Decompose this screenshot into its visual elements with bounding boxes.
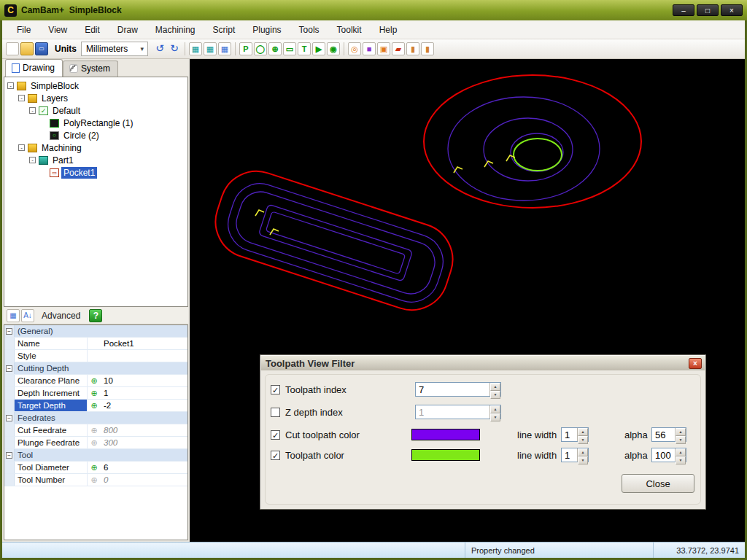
tree-node-label[interactable]: Layers [39,93,70,104]
close-button[interactable]: × [721,4,743,16]
menu-item[interactable]: Tools [290,22,328,38]
help-button[interactable]: ? [89,309,102,322]
categorized-view-icon[interactable]: ▦ [7,309,20,322]
property-label[interactable]: Target Depth [15,400,88,411]
collapse-icon[interactable] [6,365,12,372]
property-value[interactable]: 300 [101,437,187,448]
tree-node-label[interactable]: Circle (2) [61,130,101,141]
tree-node-label[interactable]: SimpleBlock [28,80,81,92]
menu-item[interactable]: File [8,22,39,38]
toolbar-icon[interactable] [235,42,236,55]
minimize-button[interactable]: – [673,4,694,16]
menu-item[interactable]: Machining [147,22,204,38]
property-row[interactable]: Tool Number 0 [4,474,187,486]
property-value[interactable]: 10 [101,375,187,386]
material-icon[interactable]: ■ [363,42,376,55]
property-row[interactable]: Target Depth -2 [4,400,187,412]
maximize-button[interactable]: □ [697,4,719,16]
toolpath-color-swatch[interactable] [411,449,480,461]
draw-circle-icon[interactable]: ◯ [254,42,267,55]
drawing-tree[interactable]: - SimpleBlock - Layers - Default PolyRec… [4,77,188,307]
redo-icon[interactable]: ↻ [167,42,182,56]
titlebar[interactable]: C CamBam+ SimpleBlock –□× [0,0,747,20]
property-grid[interactable]: (General) Name Pocket1 Style Cutting Dep… [4,324,188,540]
property-value[interactable] [101,350,187,362]
draw-text-icon[interactable]: T [298,42,311,55]
dialog-titlebar[interactable]: Toolpath View Filter × [261,356,705,370]
toolpath-index-checkbox[interactable] [271,385,280,394]
tree-item[interactable]: Pocket1 [4,166,187,179]
draw-polyline-icon[interactable]: P [239,42,252,55]
tree-item[interactable]: - Machining [4,141,187,154]
expand-collapse-icon[interactable]: - [29,107,36,114]
property-default-icon[interactable] [88,387,101,399]
tree-node-label[interactable]: Machining [39,142,84,154]
tool-library-icon[interactable]: ▮ [406,42,419,55]
property-row[interactable]: Depth Increment 1 [4,387,187,400]
advanced-button[interactable]: Advanced [36,309,86,322]
tree-item[interactable]: Circle (2) [4,129,187,141]
expand-collapse-icon[interactable]: - [18,95,25,101]
toolpath-alpha-value[interactable]: 100 [652,448,675,462]
collapse-icon[interactable] [6,415,12,421]
menu-item[interactable]: Script [204,22,244,38]
expand-collapse-icon[interactable]: - [29,157,36,163]
toolbar-icon[interactable] [344,42,344,55]
snap-view-icon[interactable]: ▦ [189,42,202,55]
property-row[interactable]: Tool [4,449,187,462]
snap-grid-icon[interactable]: ▦ [204,42,217,55]
tab-drawing[interactable]: Drawing [5,59,63,77]
property-row[interactable]: (General) [4,325,187,338]
menu-item[interactable]: View [39,22,76,38]
new-file-icon[interactable] [6,42,19,55]
post-library-icon[interactable]: ▮ [421,42,434,55]
property-default-icon[interactable] [88,350,101,362]
toolpath-color-checkbox[interactable] [271,451,280,460]
property-label[interactable]: Style [15,350,88,362]
property-label[interactable]: (General) [15,325,187,337]
property-label[interactable]: Clearance Plane [15,375,88,386]
property-row[interactable]: Style [4,350,187,362]
tree-item[interactable]: - Default [4,104,187,117]
z-depth-index-field[interactable]: 1 ▲▼ [415,405,501,419]
expand-collapse-icon[interactable]: - [7,82,14,89]
draw-arrow-icon[interactable]: ▶ [312,42,325,55]
spinner-icon[interactable]: ▲▼ [577,448,588,462]
dialog-close-button[interactable]: × [689,358,702,369]
menu-item[interactable]: Toolkit [328,22,371,38]
property-row[interactable]: Tool Diameter 6 [4,462,187,474]
cut-line-width-value[interactable]: 1 [562,428,577,441]
property-label[interactable]: Plunge Feedrate [15,437,88,448]
tree-node-label[interactable]: Default [50,105,82,117]
toolpath-alpha-field[interactable]: 100 ▲▼ [651,448,686,462]
cut-line-width-field[interactable]: 1 ▲▼ [561,427,589,442]
expand-collapse-icon[interactable]: - [18,144,25,151]
draw-surface-icon[interactable]: ◉ [327,42,340,55]
tree-item[interactable]: - SimpleBlock [4,79,187,92]
property-label[interactable]: Tool Diameter [15,462,88,473]
collapse-icon[interactable] [6,452,12,459]
property-label[interactable]: Tool Number [15,474,88,486]
spinner-icon[interactable]: ▲▼ [489,405,500,419]
property-default-icon[interactable] [88,375,101,386]
tree-node-label[interactable]: PolyRectangle (1) [61,117,135,129]
machining-op-icon[interactable]: ◎ [348,42,361,55]
property-default-icon[interactable] [88,437,101,448]
property-value[interactable]: 1 [101,387,187,399]
property-label[interactable]: Tool [15,449,187,461]
spinner-icon[interactable]: ▲▼ [675,428,686,441]
property-label[interactable]: Feedrates [15,412,187,424]
toolpath-line-width-value[interactable]: 1 [562,448,577,462]
toolpath-line-width-field[interactable]: 1 ▲▼ [561,448,589,462]
property-label[interactable]: Depth Increment [15,387,88,399]
property-value[interactable]: Pocket1 [101,338,187,349]
tree-item[interactable]: - Layers [4,92,187,104]
tree-node-label[interactable]: Part1 [50,155,76,166]
property-default-icon[interactable] [88,424,101,436]
property-value[interactable]: 800 [101,424,187,436]
property-row[interactable]: Name Pocket1 [4,338,187,350]
menu-item[interactable]: Draw [109,22,147,38]
units-dropdown[interactable]: Millimeters ▾ [81,42,148,56]
property-row[interactable]: Cutting Depth [4,362,187,375]
property-value[interactable]: 0 [101,474,187,486]
